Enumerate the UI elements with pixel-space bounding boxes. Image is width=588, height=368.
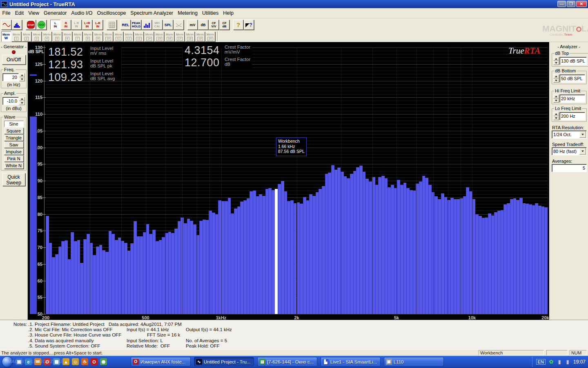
rta-resolution-dropdown-button[interactable]: [579, 131, 586, 138]
right-input-button[interactable]: RIN: [61, 20, 71, 30]
display2-icon[interactable]: ▮: [564, 359, 571, 365]
menu-view[interactable]: View: [26, 9, 42, 17]
spl-button[interactable]: SPL: [163, 20, 173, 30]
quick-sweep-button[interactable]: Quick Sweep: [2, 173, 25, 186]
spectrum-bar: [494, 212, 497, 314]
peak-hold-button[interactable]: PEAKHOLD: [131, 20, 141, 30]
wave-triangle-button[interactable]: Triangle: [4, 135, 24, 141]
cf-db-button[interactable]: CFdB: [219, 20, 229, 30]
opera-red-icon[interactable]: O: [91, 358, 98, 365]
ampl-unit-label: (in dBu): [2, 106, 26, 111]
x-axis-label: 500: [142, 315, 149, 320]
freq-input[interactable]: 20: [2, 73, 19, 81]
spinner[interactable]: [553, 74, 559, 83]
wave-saw-button[interactable]: Saw: [4, 141, 24, 148]
wave-impulse-button[interactable]: Impulse: [4, 148, 24, 155]
menu-generator[interactable]: Generator: [42, 9, 69, 17]
wave-square-button[interactable]: Square: [4, 128, 24, 134]
wave-white-n-button[interactable]: White N: [4, 162, 24, 169]
ampl-spinner[interactable]: [19, 97, 25, 105]
readout-label: Input LeveldB SPL avg: [90, 72, 115, 81]
warning-icon[interactable]: ▲: [62, 358, 69, 365]
help-button[interactable]: ?: [233, 20, 243, 30]
menu-edit[interactable]: Edit: [13, 9, 26, 17]
mem-4-button: Mem4: [42, 31, 52, 42]
menu-spectrum-analyzer[interactable]: Spectrum Analyzer: [128, 9, 176, 17]
cf-vv-button[interactable]: CFV/V: [209, 20, 219, 30]
display1-icon[interactable]: ▮: [556, 359, 563, 365]
spinner[interactable]: [553, 57, 559, 65]
ampl-up-button[interactable]: [19, 97, 25, 101]
freq-up-button[interactable]: [19, 73, 25, 77]
firefox-icon[interactable]: ♨: [81, 358, 88, 365]
menu-oscilloscope[interactable]: Oscilloscope: [95, 9, 128, 17]
freq-spinner[interactable]: [19, 73, 25, 81]
readout-value: 12.700: [185, 57, 220, 68]
y-tick: [42, 64, 46, 65]
spectrum-small-button[interactable]: [142, 20, 152, 30]
generator-sine-button[interactable]: [1, 20, 11, 30]
spectrum-bar: [328, 173, 331, 314]
go-button[interactable]: GO: [36, 20, 47, 30]
spectrum-bar: [466, 187, 469, 314]
task-button[interactable]: ∿Untitled Project - Tru...: [194, 357, 254, 366]
wave-sine-button[interactable]: Sine: [4, 121, 24, 127]
spectrum-bar: [156, 241, 159, 314]
context-help-button[interactable]: ◤?: [244, 20, 254, 30]
speed-tradeoff-combo[interactable]: 80 Hz (fast): [552, 147, 587, 155]
language-indicator[interactable]: EN: [536, 359, 546, 365]
mem-w-button[interactable]: MemW: [1, 31, 11, 42]
spectrum-bar: [532, 205, 535, 314]
mv-button[interactable]: mV: [187, 20, 198, 30]
spectrum-bar: [397, 180, 400, 314]
rta-resolution-combo[interactable]: 1/24 Oct.: [552, 130, 587, 139]
ampl-down-button[interactable]: [19, 101, 25, 105]
icq-flower-icon[interactable]: ✿: [548, 359, 555, 365]
spinner[interactable]: [553, 112, 559, 120]
db-bottom-field[interactable]: 50 dB SPL: [559, 74, 585, 83]
taskbar-clock[interactable]: 19:07: [573, 359, 586, 365]
system-tray: EN ✿▮▮ 19:07: [532, 356, 588, 368]
spectrum-analyzer-button[interactable]: [12, 20, 22, 30]
spectrum-bar: [203, 220, 206, 314]
x-curve-button: [174, 20, 184, 30]
toolbar: STOPGOLINRINL RINL+RINL-RINRELPEAKHOLDMI…: [0, 18, 588, 31]
menu-metering[interactable]: Metering: [176, 9, 200, 17]
chrome-icon[interactable]: ◉: [100, 358, 107, 365]
menu-audio-i-o[interactable]: Audio I/O: [69, 9, 95, 17]
x-axis-label: 200: [42, 315, 49, 320]
ampl-input[interactable]: -10.0: [2, 97, 19, 105]
averages-input[interactable]: 5: [552, 164, 587, 172]
spinner[interactable]: [553, 94, 559, 103]
l-plus-r-input-button[interactable]: L+RIN: [82, 20, 92, 30]
freq-down-button[interactable]: [19, 77, 25, 81]
menu-file[interactable]: File: [0, 9, 13, 17]
wave-pink-n-button[interactable]: Pink N: [4, 155, 24, 162]
menu-utilities[interactable]: Utilities: [200, 9, 220, 17]
task-button[interactable]: OИзмерил АЧХ foste...: [131, 357, 191, 366]
l-minus-r-input-button[interactable]: L-RIN: [93, 20, 103, 30]
messenger-icon[interactable]: ☺: [72, 358, 79, 365]
spectrum-cursor-bar[interactable]: [275, 189, 278, 314]
menu-help[interactable]: Help: [221, 9, 236, 17]
spectrum-bar: [190, 221, 193, 314]
stop-button[interactable]: STOP: [26, 20, 36, 30]
task-button[interactable]: ▙Live1 - SIA SmaartLi...: [321, 357, 381, 366]
generator-onoff-button[interactable]: On/Off: [2, 55, 26, 65]
spectrum-bar: [99, 245, 102, 314]
db-top-field[interactable]: 130 dB SPL: [559, 57, 587, 65]
rel-button[interactable]: REL: [120, 20, 131, 30]
minimize-button[interactable]: —: [557, 1, 566, 7]
spectrum-bar: [303, 197, 306, 314]
left-input-button[interactable]: LIN: [50, 20, 60, 30]
speed-tradeoff-dropdown-button[interactable]: [579, 148, 586, 155]
maximize-button[interactable]: ❐: [567, 1, 575, 7]
spectrum-bar: [391, 185, 394, 314]
hi-freq-limit-field[interactable]: 20 kHz: [559, 94, 585, 103]
lo-freq-limit-field[interactable]: 200 Hz: [559, 112, 585, 120]
mem-8-button: Mem8: [83, 31, 93, 42]
db-button[interactable]: dB: [198, 20, 208, 30]
task-button[interactable]: ▣L110: [384, 357, 444, 366]
close-button[interactable]: ✕: [576, 1, 587, 7]
task-button[interactable]: ▤[7-626-144] - Окно с...: [257, 357, 317, 366]
